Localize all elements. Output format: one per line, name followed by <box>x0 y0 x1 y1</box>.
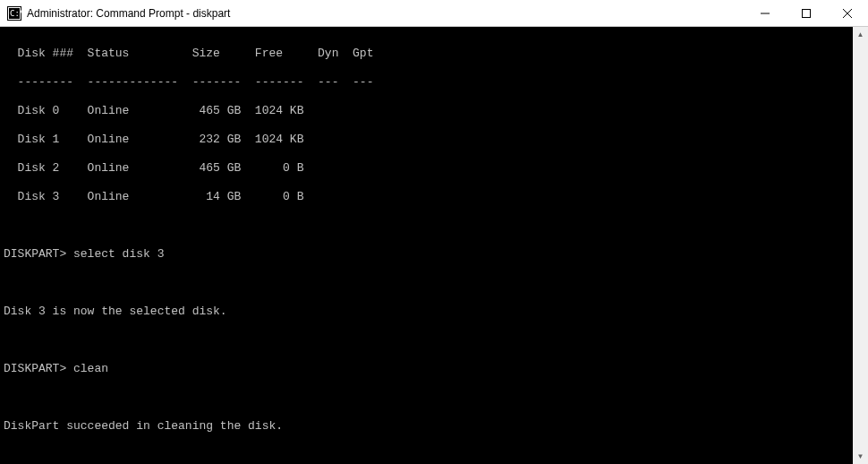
disk-row: Disk 0 Online 465 GB 1024 KB <box>4 104 868 118</box>
scroll-up-arrow[interactable]: ▲ <box>853 27 868 42</box>
blank-line <box>4 276 868 290</box>
cmd-icon: C:\ <box>7 6 21 21</box>
disk-row: Disk 3 Online 14 GB 0 B <box>4 190 868 204</box>
terminal-output[interactable]: Disk ### Status Size Free Dyn Gpt ------… <box>0 27 868 464</box>
response-line: Disk 3 is now the selected disk. <box>4 305 868 319</box>
window-controls <box>745 0 868 26</box>
prompt-line: DISKPART> clean <box>4 362 868 376</box>
disk-header: Disk ### Status Size Free Dyn Gpt <box>4 47 868 61</box>
disk-row: Disk 2 Online 465 GB 0 B <box>4 161 868 176</box>
window-title: Administrator: Command Prompt - diskpart <box>27 7 745 20</box>
scroll-down-arrow[interactable]: ▼ <box>853 449 868 464</box>
blank-line <box>4 333 868 348</box>
scroll-track[interactable] <box>853 42 868 449</box>
disk-header-sep: -------- ------------- ------- ------- -… <box>4 75 868 90</box>
disk-row: Disk 1 Online 232 GB 1024 KB <box>4 133 868 147</box>
svg-rect-5 <box>803 9 811 17</box>
response-line: DiskPart succeeded in cleaning the disk. <box>4 419 868 434</box>
close-button[interactable] <box>827 0 868 26</box>
blank-line <box>4 448 868 462</box>
blank-line <box>4 391 868 405</box>
vertical-scrollbar[interactable]: ▲ ▼ <box>853 27 868 464</box>
svg-text:C:\: C:\ <box>10 9 21 18</box>
minimize-button[interactable] <box>745 0 786 26</box>
titlebar[interactable]: C:\ Administrator: Command Prompt - disk… <box>0 0 868 27</box>
blank-line <box>4 219 868 233</box>
prompt-line: DISKPART> select disk 3 <box>4 247 868 262</box>
command-prompt-window: C:\ Administrator: Command Prompt - disk… <box>0 0 868 464</box>
maximize-button[interactable] <box>786 0 827 26</box>
